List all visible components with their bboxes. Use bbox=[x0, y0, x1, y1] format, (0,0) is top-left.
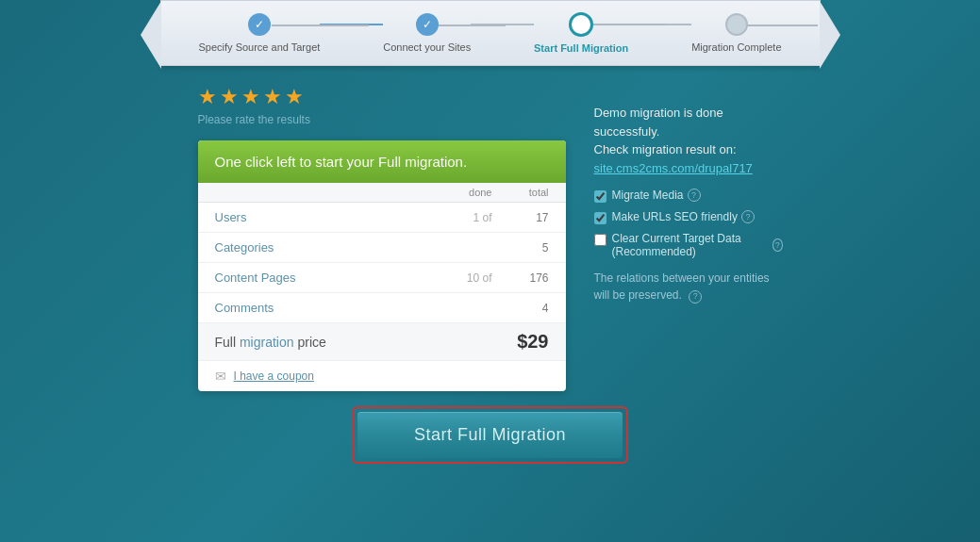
step-circle-specify: ✓ bbox=[248, 13, 271, 36]
step-specify: ✓ Specify Source and Target bbox=[199, 13, 321, 53]
success-line2: Check migration result on: site.cms2cms.… bbox=[594, 140, 783, 177]
coupon-section: ✉ I have a coupon bbox=[198, 361, 566, 391]
card-header: One click left to start your Full migrat… bbox=[198, 140, 566, 183]
users-total: 17 bbox=[492, 211, 549, 224]
success-line1: Demo migration is done successfuly. bbox=[594, 104, 783, 140]
rate-label: Please rate the results bbox=[198, 113, 566, 126]
relations-text: The relations between your entities will… bbox=[594, 270, 783, 304]
start-button-wrapper: Start Full Migration bbox=[352, 406, 628, 464]
seo-friendly-info-icon[interactable]: ? bbox=[741, 210, 755, 223]
migration-card: One click left to start your Full migrat… bbox=[198, 140, 566, 391]
price-value: $29 bbox=[492, 331, 549, 353]
content-total: 176 bbox=[492, 271, 549, 285]
comments-label: Comments bbox=[215, 301, 436, 315]
checkbox-seo-friendly[interactable] bbox=[594, 212, 606, 224]
start-migration-button[interactable]: Start Full Migration bbox=[357, 412, 623, 458]
step-label-start: Start Full Migration bbox=[534, 42, 628, 54]
option-seo-friendly: Make URLs SEO friendly ? bbox=[594, 210, 783, 224]
step-label-connect: Connect your Sites bbox=[383, 41, 471, 53]
success-line2-text: Check migration result on: bbox=[594, 142, 737, 156]
option-clear-target: Clear Current Target Data (Recommended) … bbox=[594, 232, 783, 258]
left-panel: ★ ★ ★ ★ ★ Please rate the results One cl… bbox=[198, 85, 566, 391]
table-row-price: Full migration price $29 bbox=[198, 323, 566, 361]
wizard-ribbon: ✓ Specify Source and Target ✓ Connect yo… bbox=[160, 0, 821, 66]
step-label-complete: Migration Complete bbox=[691, 41, 781, 53]
table-row-comments: Comments 4 bbox=[198, 293, 566, 323]
star-4[interactable]: ★ bbox=[263, 85, 282, 109]
content-done: 10 of bbox=[436, 271, 492, 285]
col-done-header: done bbox=[436, 187, 492, 198]
coupon-link[interactable]: I have a coupon bbox=[234, 370, 314, 383]
migrate-media-label: Migrate Media bbox=[612, 189, 684, 202]
categories-total: 5 bbox=[492, 241, 549, 255]
table-header: done total bbox=[198, 183, 566, 203]
step-connect: ✓ Connect your Sites bbox=[383, 13, 471, 53]
relations-info-icon[interactable]: ? bbox=[689, 290, 702, 304]
price-label: Full migration price bbox=[215, 335, 436, 350]
option-migrate-media: Migrate Media ? bbox=[594, 189, 783, 203]
ribbon-left-arrow bbox=[141, 1, 161, 69]
coupon-icon: ✉ bbox=[215, 369, 226, 384]
star-rating[interactable]: ★ ★ ★ ★ ★ bbox=[198, 85, 566, 109]
step-circle-complete bbox=[725, 13, 748, 36]
relations-text-content: The relations between your entities will… bbox=[594, 271, 770, 302]
step-circle-connect: ✓ bbox=[416, 13, 439, 36]
star-5[interactable]: ★ bbox=[285, 85, 304, 109]
checkbox-clear-target[interactable] bbox=[594, 234, 606, 246]
clear-target-info-icon[interactable]: ? bbox=[772, 238, 783, 252]
checkbox-migrate-media[interactable] bbox=[594, 190, 606, 203]
users-label: Users bbox=[215, 210, 436, 224]
step-start: Start Full Migration bbox=[534, 12, 628, 54]
cta-section: Start Full Migration bbox=[0, 406, 980, 464]
clear-target-label: Clear Current Target Data (Recommended) bbox=[612, 232, 769, 258]
seo-friendly-label: Make URLs SEO friendly bbox=[612, 210, 738, 223]
table-row-users: Users 1 of 17 bbox=[198, 203, 566, 233]
star-3[interactable]: ★ bbox=[241, 85, 260, 109]
ribbon-right-arrow bbox=[820, 1, 840, 69]
migrate-media-info-icon[interactable]: ? bbox=[688, 189, 701, 202]
main-content: ★ ★ ★ ★ ★ Please rate the results One cl… bbox=[0, 85, 980, 391]
wizard-banner: ✓ Specify Source and Target ✓ Connect yo… bbox=[160, 0, 821, 66]
step-label-specify: Specify Source and Target bbox=[199, 41, 321, 53]
success-message: Demo migration is done successfuly. Chec… bbox=[594, 104, 783, 177]
star-1[interactable]: ★ bbox=[198, 85, 217, 109]
success-link[interactable]: site.cms2cms.com/drupal717 bbox=[594, 161, 753, 175]
step-circle-start bbox=[569, 12, 593, 37]
comments-total: 4 bbox=[492, 302, 549, 315]
col-total-header: total bbox=[492, 187, 549, 198]
users-done: 1 of bbox=[436, 211, 492, 224]
content-label: Content Pages bbox=[215, 271, 436, 285]
rating-section: ★ ★ ★ ★ ★ Please rate the results bbox=[198, 85, 566, 126]
migration-word: migration bbox=[240, 335, 294, 350]
categories-label: Categories bbox=[215, 240, 436, 255]
step-complete: Migration Complete bbox=[691, 13, 781, 53]
star-2[interactable]: ★ bbox=[220, 85, 239, 109]
table-row-content: Content Pages 10 of 176 bbox=[198, 263, 566, 293]
table-row-categories: Categories 5 bbox=[198, 233, 566, 263]
right-panel: Demo migration is done successfuly. Chec… bbox=[594, 85, 783, 304]
